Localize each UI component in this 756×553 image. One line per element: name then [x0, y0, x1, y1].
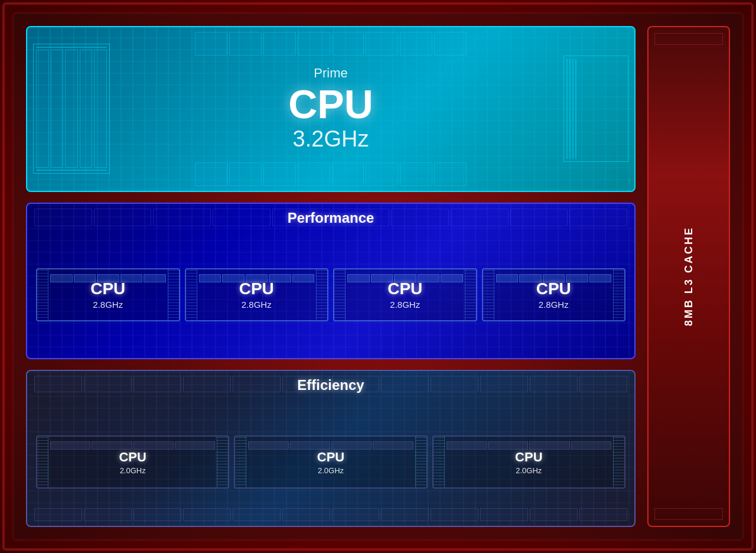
- perf-grid-cell: [153, 209, 211, 226]
- grid-cell: [229, 32, 262, 56]
- deco-bar: [566, 58, 568, 159]
- deco-bar: [575, 58, 576, 159]
- grid-cell: [298, 162, 330, 186]
- left-panel: Prime CPU 3.2GHz Performance: [26, 26, 636, 527]
- deco-bars: [36, 50, 107, 168]
- eff-grid-cell: [183, 376, 231, 392]
- eff-cpu-freq-3: 2.0GHz: [516, 466, 542, 475]
- cache-label: 8MB L3 CACHE: [683, 226, 695, 326]
- eff-grid-cell: [579, 376, 627, 392]
- eff-grid-cell: [381, 376, 429, 392]
- deco-bar: [572, 58, 573, 159]
- grid-cell: [263, 162, 296, 186]
- deco-row: [36, 170, 107, 171]
- deco-bars: [566, 58, 576, 159]
- prime-content: Prime CPU 3.2GHz: [288, 66, 373, 152]
- cache-panel: 8MB L3 CACHE: [647, 26, 730, 527]
- efficiency-cpu-2: CPU 2.0GHz: [234, 435, 427, 489]
- prime-right-decoration: [563, 56, 628, 162]
- deco-bar: [569, 58, 571, 159]
- grid-cell: [434, 32, 467, 56]
- grid-cell: [229, 162, 262, 186]
- prime-cpu-label: CPU: [288, 84, 373, 124]
- grid-cell: [332, 32, 364, 56]
- eff-grid-cell: [133, 376, 181, 392]
- efficiency-section: Efficiency CPU 2.0GHz: [26, 370, 636, 527]
- perf-grid-cell: [451, 209, 509, 226]
- right-top-decoration: [654, 33, 723, 45]
- eff-grid-cell: [34, 376, 82, 392]
- performance-cpu-1: CPU 2.8GHz: [36, 268, 180, 321]
- perf-grid-cell: [94, 209, 152, 226]
- right-bottom-decoration: [654, 508, 723, 520]
- prime-cpu-frequency: 3.2GHz: [288, 126, 373, 152]
- chip-diagram: Prime CPU 3.2GHz Performance: [12, 12, 744, 541]
- perf-cpu-freq-3: 2.8GHz: [390, 300, 420, 310]
- grid-cell: [366, 32, 398, 56]
- grid-cell: [332, 162, 364, 186]
- perf-grid-cell: [213, 209, 271, 226]
- perf-cpu-label-1: CPU: [90, 279, 125, 298]
- grid-cell: [263, 32, 296, 56]
- perf-cpu-freq-4: 2.8GHz: [539, 300, 569, 310]
- deco-bar: [94, 50, 107, 168]
- efficiency-title: Efficiency: [297, 377, 364, 393]
- micro-bars-top: [447, 441, 611, 450]
- perf-cpu-label-2: CPU: [239, 279, 274, 298]
- eff-cpu-freq-2: 2.0GHz: [318, 466, 344, 475]
- perf-cpu-freq-2: 2.8GHz: [242, 300, 272, 310]
- performance-cpu-2: CPU 2.8GHz: [185, 268, 329, 321]
- eff-cpu-label-2: CPU: [317, 450, 344, 465]
- perf-cpu-freq-1: 2.8GHz: [93, 300, 123, 310]
- grid-cell: [195, 32, 227, 56]
- performance-section: Performance CPU 2.8GHz: [26, 203, 636, 360]
- eff-grid-cell: [530, 376, 578, 392]
- micro-bars-top: [248, 441, 413, 450]
- grid-cell: [195, 162, 227, 186]
- deco-bar: [80, 50, 93, 168]
- eff-cpu-label-1: CPU: [119, 450, 146, 465]
- efficiency-cpu-1: CPU 2.0GHz: [36, 435, 229, 489]
- prime-bottom-grid-decoration: [195, 162, 467, 186]
- eff-cpu-label-3: CPU: [515, 450, 542, 465]
- perf-grid-cell: [569, 209, 627, 226]
- deco-bar: [65, 50, 78, 168]
- prime-title: Prime: [288, 66, 373, 81]
- grid-cell: [434, 162, 467, 186]
- performance-title: Performance: [288, 210, 374, 226]
- grid-cell: [366, 162, 398, 186]
- efficiency-cpu-3: CPU 2.0GHz: [432, 435, 625, 489]
- eff-grid-cell: [233, 376, 281, 392]
- deco-row: [36, 47, 107, 48]
- prime-left-decoration: [33, 44, 110, 174]
- perf-cpu-label-3: CPU: [387, 279, 422, 298]
- prime-top-grid-decoration: [195, 32, 467, 56]
- performance-cpu-3: CPU 2.8GHz: [333, 268, 477, 321]
- deco-bar: [51, 50, 64, 168]
- performance-cpu-4: CPU 2.8GHz: [482, 268, 626, 321]
- micro-bars-top: [50, 441, 215, 450]
- performance-cpu-row: CPU 2.8GHz CPU 2.8GHz: [27, 231, 634, 359]
- perf-grid-cell: [391, 209, 449, 226]
- perf-cpu-label-4: CPU: [536, 279, 571, 298]
- efficiency-cpu-row: CPU 2.0GHz CPU 2.0GHz: [27, 398, 634, 526]
- perf-grid-cell: [34, 209, 92, 226]
- prime-section: Prime CPU 3.2GHz: [26, 26, 636, 192]
- eff-cpu-freq-1: 2.0GHz: [120, 466, 146, 475]
- eff-grid-cell: [84, 376, 132, 392]
- grid-cell: [298, 32, 330, 56]
- perf-grid-cell: [510, 209, 568, 226]
- eff-grid-cell: [480, 376, 528, 392]
- grid-cell: [400, 162, 432, 186]
- grid-cell: [400, 32, 432, 56]
- eff-grid-cell: [431, 376, 478, 392]
- deco-bar: [36, 50, 49, 168]
